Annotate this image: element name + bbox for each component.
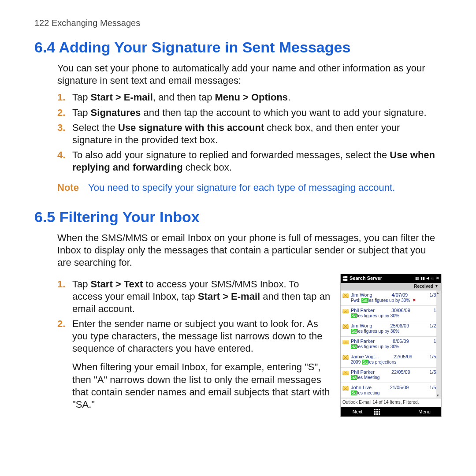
phone-status-bar: Outlook E-mail 14 of 14 Items, Filtered. [341, 398, 441, 407]
section-6-5-intro: When the SMS/MMS or email Inbox on your … [57, 232, 437, 269]
date: 22/05/09 [391, 369, 410, 375]
step-1: 1. Tap Start > Text to access your SMS/M… [57, 278, 331, 315]
section-6-5-steps: 1. Tap Start > Text to access your SMS/M… [57, 278, 331, 355]
subject: Sales Meeting [351, 375, 439, 381]
section-6-4-title: 6.4 Adding Your Signature in Sent Messag… [34, 38, 442, 57]
step-4: 4. To also add your signature to replied… [57, 149, 442, 174]
envelope-icon [342, 309, 349, 313]
subject: Sales meeting [351, 390, 439, 396]
message-item[interactable]: Jim Wong4/07/091/3KFwd: Sales figures up… [341, 290, 441, 306]
step-number: 3. [57, 122, 65, 134]
step-number: 2. [57, 318, 65, 330]
step-number: 1. [57, 91, 65, 104]
phone-title: Search Server [350, 275, 413, 281]
flag-icon: ⚑ [411, 298, 416, 303]
softkey-center[interactable] [374, 409, 408, 415]
message-item[interactable]: Phil Parker8/06/091KSales figures up by … [341, 337, 441, 352]
message-item[interactable]: John Live21/05/091/5KSales meeting [341, 383, 441, 398]
softkey-right[interactable]: Menu [408, 409, 441, 415]
phone-screenshot: Search Server ▦ ▮▮ ◀ ▭ ✕ Received ▼ Jim … [340, 274, 442, 417]
section-6-5-title: 6.5 Filtering Your Inbox [34, 208, 442, 227]
date: 21/05/09 [390, 384, 409, 390]
envelope-icon [342, 340, 349, 344]
envelope-icon [342, 386, 349, 390]
date: 8/06/09 [393, 338, 409, 344]
running-header: 122 Exchanging Messages [34, 18, 442, 29]
step-number: 1. [57, 278, 65, 290]
message-list: Jim Wong4/07/091/3KFwd: Sales figures up… [341, 290, 441, 398]
apps-grid-icon [374, 409, 408, 415]
subject: 2009 Sales projections [351, 360, 439, 365]
section-6-4-steps: 1. Tap Start > E-mail, and then tap Menu… [57, 91, 442, 174]
message-item[interactable]: Phil Parker30/06/091KSales figures up by… [341, 306, 441, 321]
message-item[interactable]: Phil Parker22/05/091/5KSales Meeting [341, 368, 441, 383]
signal-icon: ▮▮ [420, 276, 425, 281]
windows-icon [342, 276, 348, 281]
sender: Phil Parker [351, 338, 375, 344]
scrollbar[interactable] [436, 290, 441, 398]
step-2: 2. Tap Signatures and then tap the accou… [57, 107, 442, 119]
close-icon[interactable]: ✕ [436, 276, 439, 281]
message-item[interactable]: Jim Wong25/06/091/2KSales figures up by … [341, 321, 441, 337]
manual-page: 122 Exchanging Messages 6.4 Adding Your … [0, 0, 476, 417]
envelope-icon [342, 355, 349, 360]
date: 25/06/09 [390, 323, 409, 329]
subject: Fwd: Sales figures up by 30% ⚑ [351, 298, 439, 304]
sort-label: Received [414, 284, 433, 290]
sender: Phil Parker [351, 369, 375, 375]
softkey-left[interactable]: Next [341, 409, 374, 415]
date: 30/06/09 [391, 307, 410, 313]
envelope-icon [342, 324, 349, 329]
sender: Jim Wong [351, 292, 372, 298]
subject: Sales figures up by 30% [351, 313, 439, 319]
step-number: 2. [57, 107, 65, 119]
network-icon: ▦ [415, 276, 419, 281]
subject: Sales figures up by 30% [351, 329, 439, 335]
status-icons: ▦ ▮▮ ◀ ▭ ✕ [415, 276, 439, 281]
subject: Sales figures up by 30% [351, 344, 439, 350]
step-2: 2. Enter the sender name or subject you … [57, 318, 331, 355]
note-label: Note [57, 182, 88, 194]
note-text: You need to specify your signature for e… [88, 182, 395, 194]
section-6-5-tail: When filtering your email Inbox, for exa… [72, 361, 331, 411]
step-number: 4. [57, 149, 65, 161]
battery-icon: ▭ [431, 276, 435, 281]
chevron-down-icon: ▼ [435, 284, 439, 289]
envelope-icon [342, 294, 349, 298]
sender: Phil Parker [351, 307, 375, 313]
phone-softkey-bar: Next Menu [341, 407, 441, 416]
sender: Jim Wong [351, 323, 372, 329]
sender: John Live [351, 384, 372, 390]
date: 22/05/09 [394, 353, 413, 360]
section-6-4-note: Note You need to specify your signature … [57, 182, 442, 194]
step-1: 1. Tap Start > E-mail, and then tap Menu… [57, 91, 442, 104]
date: 4/07/09 [392, 292, 408, 298]
sender: Jamie Vogt... [351, 353, 379, 360]
step-3: 3. Select the Use signature with this ac… [57, 122, 442, 146]
section-6-4-intro: You can set your phone to automatically … [57, 62, 437, 87]
envelope-icon [342, 371, 349, 375]
phone-title-bar: Search Server ▦ ▮▮ ◀ ▭ ✕ [341, 274, 441, 283]
sort-header[interactable]: Received ▼ [341, 283, 441, 291]
message-item[interactable]: Jamie Vogt...22/05/091/5K2009 Sales proj… [341, 352, 441, 368]
volume-icon: ◀ [426, 276, 429, 281]
